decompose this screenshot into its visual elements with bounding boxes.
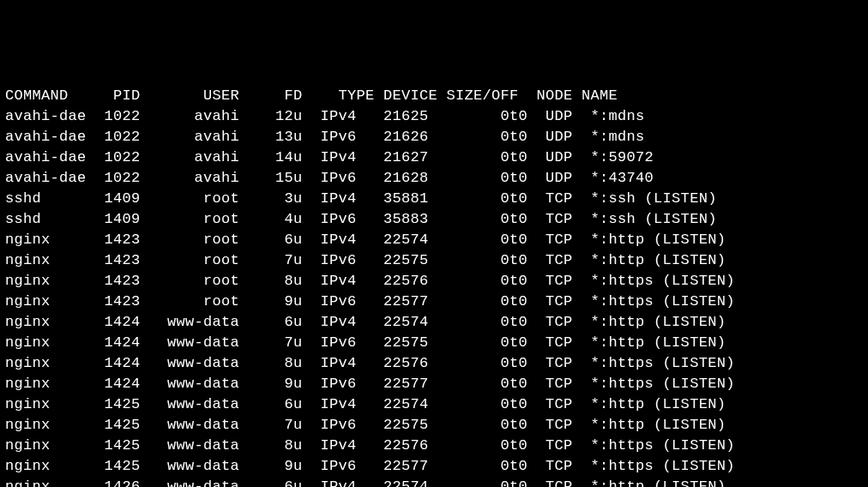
table-row: sshd 1409 root 4u IPv6 35883 0t0 TCP *:s… — [5, 209, 863, 230]
table-row: nginx 1426 www-data 6u IPv4 22574 0t0 TC… — [5, 477, 863, 487]
table-row: nginx 1423 root 6u IPv4 22574 0t0 TCP *:… — [5, 230, 863, 250]
table-row: nginx 1425 www-data 9u IPv6 22577 0t0 TC… — [5, 456, 863, 477]
table-row: avahi-dae 1022 avahi 12u IPv4 21625 0t0 … — [5, 106, 863, 127]
table-row: nginx 1423 root 9u IPv6 22577 0t0 TCP *:… — [5, 292, 863, 312]
table-row: nginx 1424 www-data 6u IPv4 22574 0t0 TC… — [5, 312, 863, 333]
table-row: nginx 1425 www-data 8u IPv4 22576 0t0 TC… — [5, 436, 863, 456]
table-row: nginx 1423 root 7u IPv6 22575 0t0 TCP *:… — [5, 250, 863, 271]
table-row: avahi-dae 1022 avahi 15u IPv6 21628 0t0 … — [5, 168, 863, 189]
table-row: nginx 1424 www-data 9u IPv6 22577 0t0 TC… — [5, 374, 863, 394]
table-row: nginx 1424 www-data 7u IPv6 22575 0t0 TC… — [5, 333, 863, 353]
table-row: nginx 1425 www-data 7u IPv6 22575 0t0 TC… — [5, 415, 863, 436]
table-row: nginx 1425 www-data 6u IPv4 22574 0t0 TC… — [5, 394, 863, 415]
table-row: avahi-dae 1022 avahi 13u IPv6 21626 0t0 … — [5, 127, 863, 147]
table-row: sshd 1409 root 3u IPv4 35881 0t0 TCP *:s… — [5, 189, 863, 209]
table-row: nginx 1423 root 8u IPv4 22576 0t0 TCP *:… — [5, 271, 863, 292]
terminal-output: COMMAND PID USER FD TYPE DEVICE SIZE/OFF… — [5, 86, 863, 487]
table-row: nginx 1424 www-data 8u IPv4 22576 0t0 TC… — [5, 353, 863, 374]
table-header-row: COMMAND PID USER FD TYPE DEVICE SIZE/OFF… — [5, 86, 863, 106]
table-row: avahi-dae 1022 avahi 14u IPv4 21627 0t0 … — [5, 147, 863, 168]
